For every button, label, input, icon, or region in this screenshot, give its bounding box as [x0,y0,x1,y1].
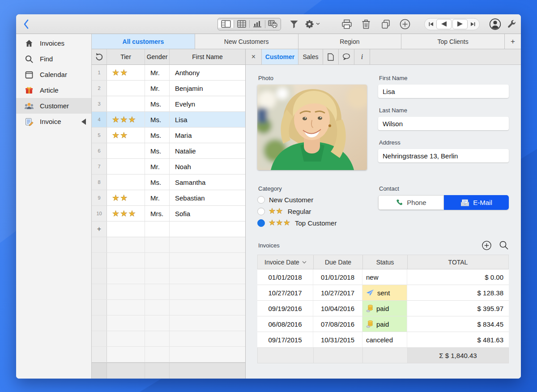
column-header-invoice-date[interactable]: Invoice Date [258,255,314,269]
cell-due-date: 10/04/2016 [313,301,362,316]
radio-button[interactable] [257,208,265,215]
add-customer-row[interactable]: + [92,222,245,237]
email-button[interactable]: E-Mail [444,195,509,210]
address-input[interactable] [378,149,509,162]
contact-buttons: Phone E-Mail [378,195,509,210]
first-record-button[interactable] [426,19,436,29]
last-name-input[interactable] [378,117,509,130]
sidebar-item-find[interactable]: Find [16,51,91,67]
sidebar-item-label: Calendar [40,71,86,78]
customer-row[interactable]: 3Ms.Evelyn [92,96,245,112]
view-tab-top-clients[interactable]: Top Clients [401,34,505,49]
sort-chevron-icon [302,261,307,264]
sidebar-item-invoice[interactable]: Invoice [16,114,91,129]
back-button[interactable] [22,19,30,30]
view-tab-new-customers[interactable]: New Customers [195,34,298,49]
customer-row[interactable]: 4★★★Ms.Lisa [92,112,245,128]
invoice-row[interactable]: 01/01/201801/01/2018new$ 0.00 [257,269,509,285]
customer-photo[interactable] [257,85,367,170]
cell-first-name: Noah [170,159,245,174]
category-option-regular[interactable]: ★★Regular [257,205,367,217]
add-view-tab-button[interactable]: + [505,34,521,49]
back-chevron-icon [22,19,30,30]
add-record-button[interactable] [400,19,410,30]
print-button[interactable] [341,19,352,29]
tab-sales[interactable]: Sales [298,49,323,64]
close-detail-button[interactable]: × [246,49,262,64]
radio-button[interactable] [257,196,265,204]
sidebar-item-customer[interactable]: Customer [16,98,91,114]
collapse-arrow-icon[interactable] [81,119,86,125]
invoice-row[interactable]: 10/27/201710/27/2017sent$ 128.38 [257,285,509,301]
last-record-button[interactable] [468,19,478,29]
previous-record-button[interactable] [436,19,452,29]
customer-table-header: Tier Gender First Name [92,49,245,65]
sidebar-item-label: Invoice [40,118,76,125]
filter-button[interactable] [289,19,299,29]
calendar-icon-wrap [24,70,34,79]
column-header-first-name[interactable]: First Name [170,49,245,64]
customer-row[interactable]: 1★★Mr.Anthony [92,65,245,81]
tab-info[interactable]: i [354,49,370,64]
customer-row[interactable]: 9★★Mr.Sebastian [92,190,245,206]
customer-row[interactable]: 8Ms.Samantha [92,175,245,190]
empty-row [92,315,245,331]
cell-due-date: 10/27/2017 [313,285,362,300]
chart-view-button[interactable] [249,20,265,28]
cell-gender: Ms. [145,175,170,190]
first-name-input[interactable] [378,85,509,98]
tab-customer[interactable]: Customer [262,49,298,64]
tools-button[interactable] [507,19,516,29]
customer-row[interactable]: 10★★★Mrs.Sofia [92,206,245,222]
table-view-button[interactable] [234,20,249,28]
customer-row[interactable]: 6Ms.Natalie [92,143,245,159]
cell-first-name: Sofia [170,206,245,221]
column-header-status[interactable]: Status [363,255,408,269]
phone-button[interactable]: Phone [378,195,444,210]
invoice-row[interactable]: 09/19/201610/04/2016paid$ 395.97 [257,301,509,316]
column-header-tier[interactable]: Tier [107,49,145,64]
add-invoice-button[interactable] [482,240,492,251]
cell-status: canceled [362,332,407,347]
customer-row[interactable]: 7Mr.Noah [92,159,245,175]
column-header-total[interactable]: TOTAL [408,255,508,269]
view-tab-region[interactable]: Region [298,34,402,49]
category-option-top-customer[interactable]: ★★★Top Customer [257,217,367,229]
tab-document[interactable] [323,49,339,64]
view-switcher [217,18,281,30]
search-invoices-button[interactable] [499,240,509,250]
category-option-new-customer[interactable]: New Customer [257,194,367,205]
customer-row[interactable]: 5★★Ms.Maria [92,128,245,143]
invoice-row[interactable]: 09/17/201510/31/2015canceled$ 481.63 [257,332,509,348]
next-record-button[interactable] [452,19,468,29]
radio-button[interactable] [257,219,265,227]
invoice-row[interactable]: 06/08/201607/08/2016paid$ 834.45 [257,316,509,332]
form-view-button[interactable] [218,20,234,28]
settings-button[interactable] [304,19,320,29]
cell-invoice-date: 01/01/2018 [257,269,313,285]
print-layout-button[interactable] [265,20,281,28]
cell-tier: ★★ [107,65,145,80]
invoices-total-sum: Σ $ 1,840.43 [408,348,508,363]
contact-label: Contact [379,185,509,192]
tier-stars: ★★★ [112,210,137,217]
paper-plane-icon [366,289,374,296]
column-header-gender[interactable]: Gender [145,49,170,64]
cell-gender: Mr. [145,65,170,80]
customer-row[interactable]: 2Mr.Benjamin [92,81,245,96]
tab-comments[interactable] [339,49,354,64]
info-icon: i [361,53,363,61]
plus-circle-icon [400,19,410,30]
phone-icon [396,199,403,206]
view-tab-all-customers[interactable]: All customers [92,34,195,49]
delete-button[interactable] [362,19,371,29]
sidebar-item-article[interactable]: Article [16,82,91,98]
sidebar-item-invoices[interactable]: Invoices [16,35,91,51]
account-button[interactable] [489,18,501,30]
tier-stars: ★★ [112,69,128,77]
refresh-button[interactable] [92,49,107,64]
column-header-due-date[interactable]: Due Date [314,255,363,269]
sidebar-item-calendar[interactable]: Calendar [16,67,91,82]
row-number: 3 [92,96,107,111]
duplicate-button[interactable] [381,19,391,29]
